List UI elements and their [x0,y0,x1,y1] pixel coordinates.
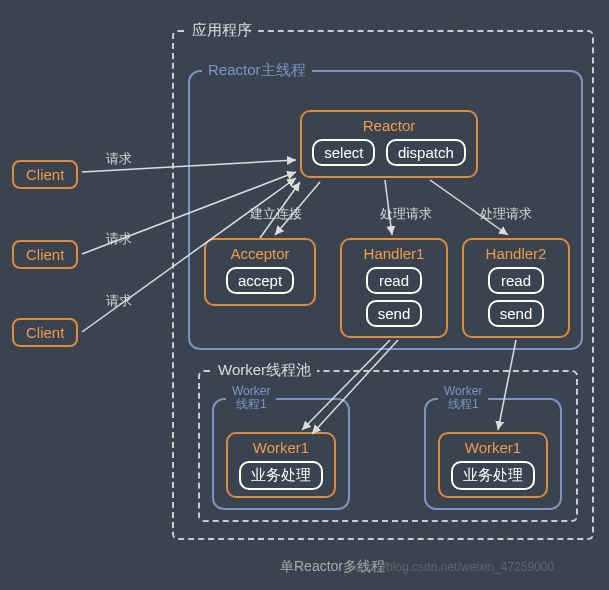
handler1-box: Handler1 read send [340,238,448,338]
client-3: Client [12,318,78,347]
acceptor-box: Acceptor accept [204,238,316,306]
establish-label: 建立连接 [250,205,302,223]
handler1-title: Handler1 [342,240,446,265]
select-pill: select [312,139,375,166]
worker1-box-right: Worker1 业务处理 [438,432,548,498]
handler2-title: Handler2 [464,240,568,265]
worker1-left-task: 业务处理 [239,461,323,490]
worker1-left-title: Worker1 [228,434,334,459]
worker1-box-left: Worker1 业务处理 [226,432,336,498]
handler2-box: Handler2 read send [462,238,570,338]
reactor-thread-title: Reactor主线程 [202,61,312,80]
worker-thread2-title: Worker 线程1 [438,385,488,411]
handler1-read: read [366,267,422,294]
worker1-right-title: Worker1 [440,434,546,459]
accept-pill: accept [226,267,294,294]
worker-pool-title: Worker线程池 [212,361,317,380]
app-title: 应用程序 [186,21,258,40]
worker-thread1-title: Worker 线程1 [226,385,276,411]
client-1: Client [12,160,78,189]
reactor-box: Reactor select dispatch [300,110,478,178]
client-2: Client [12,240,78,269]
handler1-send: send [366,300,423,327]
acceptor-title: Acceptor [206,240,314,265]
req-label-1: 请求 [106,150,132,168]
dispatch-pill: dispatch [386,139,466,166]
handle-label-1: 处理请求 [380,205,432,223]
handler2-send: send [488,300,545,327]
req-label-3: 请求 [106,292,132,310]
req-label-2: 请求 [106,230,132,248]
reactor-title: Reactor [302,112,476,137]
handle-label-2: 处理请求 [480,205,532,223]
handler2-read: read [488,267,544,294]
watermark: https://blog.csdn.net/weixin_47259000 [350,560,554,574]
worker1-right-task: 业务处理 [451,461,535,490]
